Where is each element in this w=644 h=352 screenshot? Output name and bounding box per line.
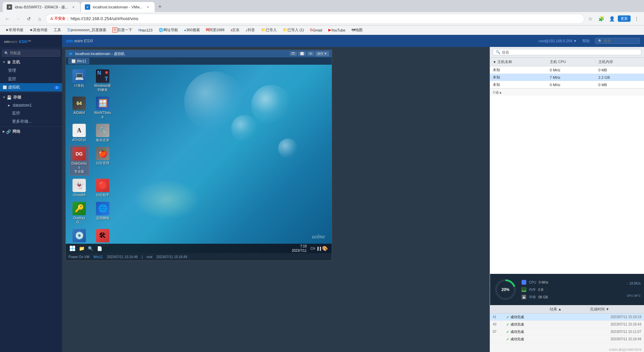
new-tab-button[interactable]: + <box>155 2 165 11</box>
bookmark-wangzhi[interactable]: 🌐 网址导航 <box>156 26 181 34</box>
vm-control-actions[interactable]: 操作 ▼ <box>315 51 329 56</box>
desktop-icon-network[interactable]: 🌐 适用网络 <box>93 200 113 226</box>
vm-tab[interactable]: ⬜ Win11 <box>68 58 89 64</box>
logs-col-time[interactable]: 完成时间 ▼ <box>587 307 644 312</box>
bookmark-map[interactable]: 🗺 地图 <box>349 26 365 34</box>
vm-control-settings[interactable]: ⚙ <box>307 52 314 56</box>
win11-clock: 7:19 2023/7/11 <box>292 244 308 253</box>
col-host-name[interactable]: ▼ 主机名称 <box>490 59 547 64</box>
bookmark-yidaoru-icon: 📁 <box>261 28 266 32</box>
address-input[interactable] <box>70 16 580 21</box>
bookmark-changyong[interactable]: ★ 常用书签 <box>3 26 26 34</box>
gauge-sub-label: CPU 38°C <box>627 293 641 298</box>
sidebar-item-datastore1[interactable]: ▶ datastore1 <box>0 102 62 109</box>
winpass-n-icon: N <box>97 70 101 76</box>
logs-col-result[interactable]: 结果 ▲ <box>547 307 587 312</box>
icon-label-ath2016: ATH2016 <box>72 138 86 142</box>
bookmark-yidaoru[interactable]: 📁 已导入 <box>258 26 279 34</box>
bookmark-ali1688[interactable]: 阿 阿里1688 <box>203 26 227 34</box>
bookmark-gmail[interactable]: G Gmail <box>307 26 325 34</box>
profile-button[interactable]: 👤 <box>607 14 616 23</box>
icon-row-3: A ATH2016 🔧 备份还原 <box>69 122 113 143</box>
bookmark-tools[interactable]: 工具 <box>51 26 64 34</box>
col-host-cpu[interactable]: 主机 CPU <box>547 59 596 64</box>
desktop-icon-ath2016[interactable]: A ATH2016 <box>69 122 89 143</box>
tab-close-2[interactable]: × <box>145 4 151 10</box>
icon-label-onekeyg: OneKeyG... <box>70 216 88 224</box>
host-name-2: 未知 <box>490 75 547 80</box>
desktop-icon-partition-mgr[interactable]: 🍎 分区管理 <box>93 145 113 175</box>
sidebar-item-monitor[interactable]: 监控 <box>0 75 62 83</box>
taskbar-filemanager-icon: 📁 <box>79 246 85 251</box>
vm-control-restore[interactable]: 🗔 <box>290 52 297 56</box>
esxi-header-search-input[interactable] <box>603 39 637 43</box>
desktop-icon-backup[interactable]: 🔧 备份还原 <box>93 122 113 143</box>
right-search-input[interactable] <box>502 50 638 54</box>
bookmark-douyin[interactable]: ♪ 抖音 <box>243 26 258 34</box>
desktop-icon-winpass[interactable]: N ⏺ T Windows密码修改 <box>93 68 113 93</box>
win-grid-1 <box>70 246 72 248</box>
bookmark-star-button[interactable]: ☆ <box>586 14 595 23</box>
partition-mgr-icon: 🍎 <box>98 149 107 158</box>
sidebar-item-storage-monitor[interactable]: 监控 <box>0 109 62 117</box>
host-row-3[interactable]: 未知 0 MHz 0 MB <box>490 81 644 89</box>
current-user[interactable]: root@192.168.0.254 ▼ <box>539 39 577 43</box>
desktop-icon-aida64[interactable]: 64 AIDA64 <box>69 95 89 120</box>
win11-desktop[interactable]: 💻 计算机 N ⏺ T <box>66 65 332 253</box>
bookmark-hao123[interactable]: h hao123 <box>136 26 155 34</box>
back-button[interactable]: ← <box>3 14 12 23</box>
sidebar-item-vms[interactable]: ⬜ 虚拟机 1 <box>0 83 62 92</box>
aida64-icon: 64 <box>76 101 82 106</box>
log-success-icon-1: ✓ <box>506 315 509 319</box>
desktop-icon-winntsetup[interactable]: 🪟 WinNTSetup <box>93 95 113 120</box>
log-row-1[interactable]: 41 ✓ 成功完成 2023/07/11 15:19:19 <box>490 313 644 321</box>
storage-disk-icon: 💾 <box>522 296 526 299</box>
host-row-1[interactable]: 未知 0 MHz 0 MB <box>490 66 644 74</box>
win11-start-button[interactable] <box>68 245 76 252</box>
host-mem-2: 2.2 GB <box>596 75 644 79</box>
desktop-icon-ghost64[interactable]: 👻 Ghost64 <box>69 177 89 198</box>
menu-button[interactable]: ⋮ <box>632 14 641 23</box>
desktop-icon-computer[interactable]: 💻 计算机 <box>69 68 89 93</box>
help-link[interactable]: 帮助 <box>582 39 590 44</box>
vm-control-maximize[interactable]: ⬜ <box>298 52 306 56</box>
taskbar-filemanager[interactable]: 📁 <box>77 245 86 252</box>
sidebar-item-storage[interactable]: ▼ 💾 存储 <box>0 93 62 102</box>
tab-close-1[interactable]: × <box>71 4 76 10</box>
sidebar-item-more-storage[interactable]: 更多存储... <box>0 117 62 126</box>
desktop-icon-onekeyg[interactable]: 🔑 OneKeyG... <box>69 200 89 226</box>
browser-tab-1[interactable]: 🖥 idrac-B3SWRT2 - iDRAC8 - 接... × <box>3 2 80 12</box>
host-cpu-2: 7 MHz <box>547 75 596 79</box>
bookmark-youtube[interactable]: ▶ YouTube <box>326 26 348 34</box>
log-row-4[interactable]: ✓ 成功完成 2023/07/11 15:16:49 <box>490 336 644 343</box>
taskbar-browser[interactable]: 📄 <box>96 245 104 252</box>
log-success-icon-2: ✓ <box>506 322 509 327</box>
browser-tab-2[interactable]: V localhost.localdomain - VMw... × <box>81 2 155 12</box>
sidebar-item-manage[interactable]: 管理 <box>0 66 62 75</box>
host-row-2[interactable]: 未知 7 MHz 2.2 GB <box>490 74 644 81</box>
col-host-memory[interactable]: 主机内存 <box>596 59 644 64</box>
bookmark-icon-star1: ★ <box>5 28 9 32</box>
sidebar-item-network[interactable]: ▶ 🔗 网络 <box>0 127 62 136</box>
bookmark-processson[interactable]: 百 processson_百度搜索 <box>64 26 109 34</box>
content-row: V localhost.localdomain - 虚拟机 🗔 ⬜ ⚙ 操作 ▼ <box>62 47 644 352</box>
log-row-3[interactable]: 07 ✓ 成功完成 2023/07/11 15:11:07 <box>490 328 644 336</box>
desktop-icon-diskgenius[interactable]: DG DiskGenius专业版 <box>69 145 89 175</box>
bookmark-qita[interactable]: ★ 其他书签 <box>27 26 50 34</box>
win-grid-2 <box>73 246 75 248</box>
browser-toolbar: ← → ↺ ⌂ ⚠ 不安全 | ☆ 🧩 👤 更新 ⋮ <box>0 12 644 25</box>
bookmark-360[interactable]: ● 360搜索 <box>181 26 203 34</box>
taskbar-search[interactable]: 🔍 <box>87 245 95 252</box>
forward-button[interactable]: → <box>13 14 23 23</box>
bookmark-gmail-icon: G <box>310 28 313 32</box>
sidebar-item-host[interactable]: ▼ 🖥 主机 <box>0 58 62 66</box>
bookmark-jd[interactable]: J 京东 <box>228 26 242 34</box>
desktop-icon-partition-helper[interactable]: 🔴 分区助手 <box>93 177 113 198</box>
home-button[interactable]: ⌂ <box>35 14 44 23</box>
bookmark-yidaoru1[interactable]: 📁 已导入 (1) <box>280 26 307 34</box>
log-row-2[interactable]: 43 ✓ 成功完成 2023/07/11 15:16:43 <box>490 321 644 328</box>
update-button[interactable]: 更新 <box>618 15 631 22</box>
refresh-button[interactable]: ↺ <box>24 14 34 23</box>
bookmark-baidu[interactable]: 百 百度一下 <box>110 26 135 34</box>
extensions-button[interactable]: 🧩 <box>596 14 606 23</box>
